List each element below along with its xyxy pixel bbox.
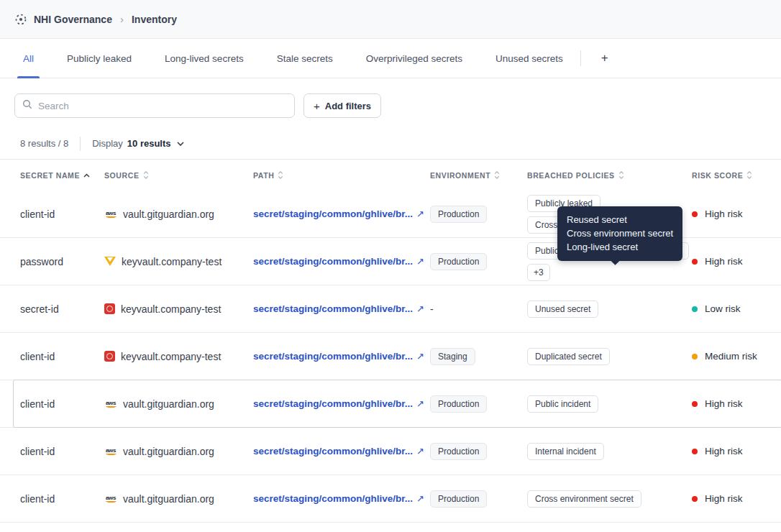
source-name: vault.gitguardian.org bbox=[123, 446, 214, 457]
column-header-path[interactable]: PATH bbox=[253, 170, 430, 180]
risk-dot bbox=[692, 211, 698, 217]
risk-dot bbox=[692, 259, 698, 265]
risk-cell: Low risk bbox=[692, 303, 781, 314]
tab-bar: All Publicly leaked Long-lived secrets S… bbox=[0, 39, 781, 78]
path-cell: secret/staging/common/ghlive/br...↗ bbox=[253, 446, 430, 457]
secret-name: secret-id bbox=[20, 303, 104, 315]
source-name: keyvault.company-test bbox=[122, 256, 221, 267]
risk-label: High risk bbox=[705, 398, 743, 409]
column-header-secret-name[interactable]: SECRET NAME bbox=[20, 171, 104, 180]
column-header-source[interactable]: SOURCE bbox=[104, 170, 253, 180]
table-header-row: SECRET NAME SOURCE PATH ENVIRONMENT BREA… bbox=[0, 160, 781, 191]
results-divider bbox=[80, 137, 81, 151]
policy-badge: Public incident bbox=[527, 395, 598, 413]
tab-all[interactable]: All bbox=[22, 39, 35, 78]
add-filters-button[interactable]: + Add filters bbox=[303, 93, 381, 118]
column-header-breached-policies[interactable]: BREACHED POLICIES bbox=[527, 170, 692, 180]
add-tab-button[interactable]: + bbox=[597, 39, 613, 78]
secret-name: client-id bbox=[20, 493, 104, 505]
plus-icon: + bbox=[314, 100, 320, 112]
secret-name: client-id bbox=[20, 446, 104, 457]
environment-cell: Production bbox=[430, 206, 527, 223]
sort-icon bbox=[618, 170, 624, 180]
external-link-icon: ↗ bbox=[416, 303, 424, 314]
inventory-page: NHI Governance › Inventory All Publicly … bbox=[0, 0, 781, 532]
keyvault-app-icon bbox=[104, 303, 115, 314]
search-box[interactable] bbox=[14, 93, 295, 118]
path-cell: secret/staging/common/ghlive/br...↗ bbox=[253, 208, 430, 219]
sort-asc-icon bbox=[83, 173, 90, 178]
search-input[interactable] bbox=[38, 101, 287, 111]
path-cell: secret/staging/common/ghlive/br...↗ bbox=[253, 303, 430, 314]
tab-long-lived-secrets[interactable]: Long-lived secrets bbox=[163, 39, 245, 78]
filter-row: + Add filters bbox=[0, 78, 781, 128]
tab-stale-secrets[interactable]: Stale secrets bbox=[275, 39, 334, 78]
breached-policies-cell: Unused secret bbox=[527, 301, 692, 318]
path-link[interactable]: secret/staging/common/ghlive/br...↗ bbox=[253, 303, 424, 314]
environment-empty: - bbox=[430, 303, 434, 315]
aws-icon: aws bbox=[104, 495, 117, 503]
path-link[interactable]: secret/staging/common/ghlive/br...↗ bbox=[253, 446, 424, 457]
table-row[interactable]: client-id aws vault.gitguardian.org secr… bbox=[0, 475, 781, 523]
aws-icon: aws bbox=[104, 400, 117, 408]
sort-icon bbox=[494, 170, 500, 180]
risk-label: High risk bbox=[705, 493, 743, 504]
source-name: keyvault.company-test bbox=[121, 351, 221, 362]
risk-dot bbox=[692, 449, 698, 454]
risk-dot bbox=[692, 401, 698, 407]
source-name: vault.gitguardian.org bbox=[123, 493, 214, 505]
risk-cell: High risk bbox=[692, 398, 781, 409]
path-link[interactable]: secret/staging/common/ghlive/br...↗ bbox=[253, 351, 424, 362]
sort-icon bbox=[278, 170, 283, 180]
path-link[interactable]: secret/staging/common/ghlive/br...↗ bbox=[253, 493, 424, 504]
environment-badge: Staging bbox=[430, 348, 475, 365]
breached-policies-cell: Public incident bbox=[527, 395, 692, 413]
breadcrumb-separator-icon: › bbox=[119, 13, 125, 25]
column-header-risk-score[interactable]: RISK SCORE bbox=[692, 170, 781, 180]
breadcrumb-app[interactable]: NHI Governance bbox=[34, 14, 112, 25]
external-link-icon: ↗ bbox=[416, 398, 424, 409]
external-link-icon: ↗ bbox=[416, 256, 424, 267]
aws-icon: aws bbox=[104, 448, 117, 455]
risk-label: High risk bbox=[705, 208, 743, 219]
source-name: vault.gitguardian.org bbox=[123, 208, 214, 220]
results-count: 8 results / 8 bbox=[20, 138, 68, 149]
path-cell: secret/staging/common/ghlive/br...↗ bbox=[253, 398, 430, 409]
source-cell: aws vault.gitguardian.org bbox=[104, 446, 253, 457]
breadcrumb: NHI Governance › Inventory bbox=[0, 0, 781, 39]
source-cell: aws vault.gitguardian.org bbox=[104, 208, 253, 220]
environment-cell: - bbox=[430, 303, 527, 315]
environment-badge: Production bbox=[430, 253, 487, 270]
display-dropdown[interactable]: Display 10 results bbox=[92, 138, 183, 149]
risk-cell: High risk bbox=[692, 493, 781, 504]
tooltip-line: Cross environment secret bbox=[567, 226, 673, 240]
keyvault-icon bbox=[104, 257, 116, 266]
display-label: Display bbox=[92, 138, 123, 149]
path-cell: secret/staging/common/ghlive/br...↗ bbox=[253, 493, 430, 504]
tab-divider bbox=[580, 50, 581, 66]
risk-cell: High risk bbox=[692, 208, 781, 219]
tooltip-line: Reused secret bbox=[567, 213, 673, 226]
policies-tooltip: Reused secret Cross environment secret L… bbox=[557, 206, 682, 261]
source-cell: keyvault.company-test bbox=[104, 303, 253, 315]
sort-icon bbox=[143, 170, 149, 180]
policy-badge: Unused secret bbox=[527, 301, 598, 318]
table-row[interactable]: client-id aws vault.gitguardian.org secr… bbox=[0, 380, 781, 428]
path-link[interactable]: secret/staging/common/ghlive/br...↗ bbox=[253, 256, 424, 267]
source-cell: keyvault.company-test bbox=[104, 351, 253, 362]
tab-unused-secrets[interactable]: Unused secrets bbox=[494, 39, 565, 78]
orbit-logo-icon bbox=[14, 13, 27, 26]
chevron-down-icon bbox=[177, 142, 184, 146]
path-link[interactable]: secret/staging/common/ghlive/br...↗ bbox=[253, 398, 424, 409]
policy-overflow-badge[interactable]: +3 bbox=[527, 264, 550, 281]
table-row[interactable]: secret-id keyvault.company-test secret/s… bbox=[0, 285, 781, 333]
path-link[interactable]: secret/staging/common/ghlive/br...↗ bbox=[253, 208, 424, 219]
environment-badge: Production bbox=[430, 443, 487, 460]
table-row[interactable]: client-id keyvault.company-test secret/s… bbox=[0, 333, 781, 380]
tab-publicly-leaked[interactable]: Publicly leaked bbox=[65, 39, 133, 78]
table-row[interactable]: client-id aws vault.gitguardian.org secr… bbox=[0, 428, 781, 475]
tab-overprivileged-secrets[interactable]: Overprivileged secrets bbox=[365, 39, 464, 78]
column-header-environment[interactable]: ENVIRONMENT bbox=[430, 170, 527, 180]
risk-cell: High risk bbox=[692, 256, 781, 267]
environment-cell: Production bbox=[430, 490, 527, 508]
